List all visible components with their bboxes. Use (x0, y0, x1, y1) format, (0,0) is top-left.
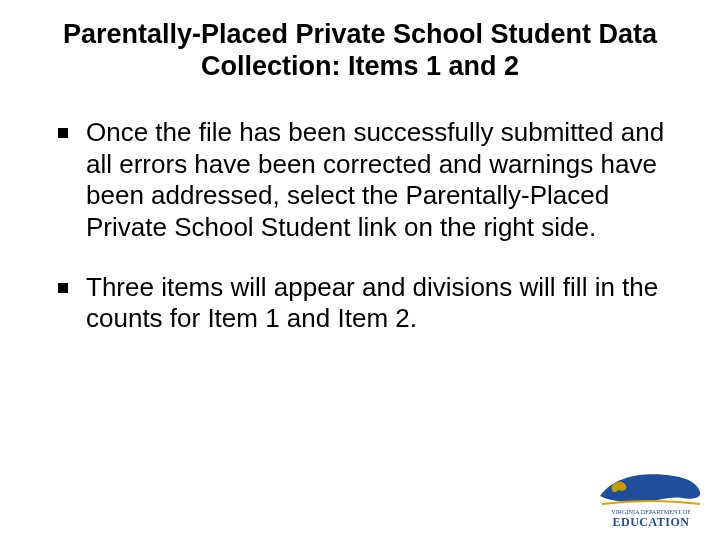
slide: Parentally-Placed Private School Student… (0, 0, 720, 540)
logo-small-text: VIRGINIA DEPARTMENT OF (611, 508, 691, 515)
logo-main-text: EDUCATION (613, 515, 690, 529)
list-item: Once the file has been successfully subm… (58, 117, 686, 244)
vdoe-logo-svg: VIRGINIA DEPARTMENT OF EDUCATION (596, 468, 706, 530)
swoosh-icon (602, 501, 700, 504)
bullet-list: Once the file has been successfully subm… (28, 117, 692, 335)
list-item: Three items will appear and divisions wi… (58, 272, 686, 335)
slide-title: Parentally-Placed Private School Student… (28, 18, 692, 83)
vdoe-logo: VIRGINIA DEPARTMENT OF EDUCATION (596, 468, 706, 530)
